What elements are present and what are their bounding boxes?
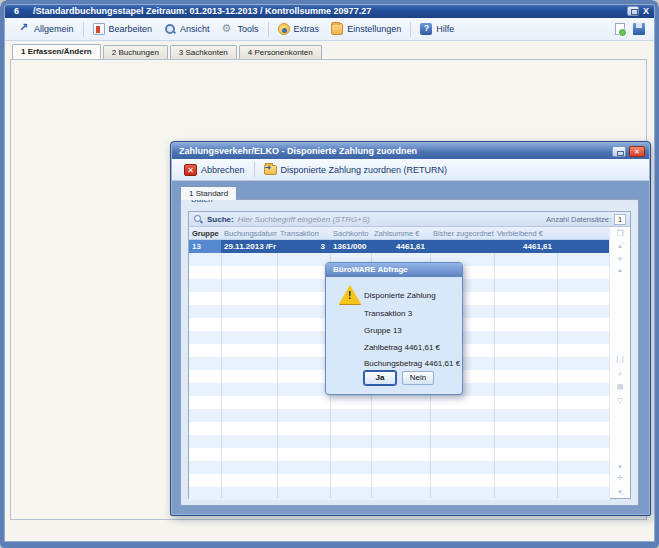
menu-arrow[interactable]: Allgemein [12, 21, 80, 37]
main-tabs: 1 Erfassen/Ändern2 Buchungen3 Sachkonten… [12, 45, 324, 59]
new-document-icon[interactable] [615, 23, 625, 35]
empty-row [189, 409, 610, 422]
copy-grid-icon[interactable]: ❐ [610, 229, 630, 238]
menu-label: Einstellungen [347, 24, 401, 34]
zuordnen-button[interactable]: Disponierte Zahlung zuordnen (RETURN) [259, 163, 453, 177]
edit-icon [93, 23, 105, 35]
window-number: 6 [14, 6, 19, 16]
main-window: 6 /Standardbuchungsstapel Zeitraum: 01.2… [0, 0, 659, 548]
zuordnen-label: Disponierte Zahlung zuordnen (RETURN) [281, 165, 448, 175]
menu-label: Bearbeiten [109, 24, 153, 34]
menu-label: Extras [294, 24, 320, 34]
record-count-value: 1 [614, 214, 626, 225]
search-icon [193, 214, 203, 224]
cell-zahlsumme: 4461,61 [371, 240, 430, 253]
cell-buchungsdatum: 29.11.2013 /Fr [221, 240, 277, 253]
warning-icon [339, 285, 361, 304]
menu-tools[interactable]: Tools [216, 21, 265, 37]
tab-4[interactable]: 4 Personenkonten [239, 45, 322, 59]
cell-sachkonto: 1361/000 [330, 240, 371, 253]
dialog-col-header[interactable]: Zahlsumme € [371, 227, 430, 239]
empty-row [189, 461, 610, 474]
msgbox-line: Buchungsbetrag 4461,61 € [364, 359, 460, 368]
settings-icon [331, 23, 343, 35]
cell-gruppe: 13 [189, 240, 221, 253]
tab-3[interactable]: 3 Sachkonten [170, 45, 237, 59]
tab-1[interactable]: 1 Erfassen/Ändern [12, 44, 101, 59]
window-title: /Standardbuchungsstapel Zeitraum: 01.201… [33, 6, 371, 16]
dialog-toolbar: ✕ Abbrechen Disponierte Zahlung zuordnen… [172, 159, 649, 181]
scroll-up-icon[interactable]: ✛ [610, 255, 630, 262]
filter-icon[interactable]: ▽ [610, 397, 630, 405]
empty-row [189, 474, 610, 487]
empty-row [189, 448, 610, 461]
menu-settings[interactable]: Einstellungen [325, 21, 407, 37]
menu-extras[interactable]: Extras [272, 21, 326, 37]
menu-bar: AllgemeinBearbeitenAnsichtToolsExtrasEin… [4, 18, 655, 41]
save-icon[interactable] [633, 23, 645, 35]
msgbox-title: BüroWARE Abfrage [326, 263, 462, 277]
list-icon[interactable]: ▤ [610, 383, 630, 391]
menu-label: Ansicht [180, 24, 210, 34]
msgbox-line: Transaktion 3 [364, 309, 412, 318]
abbrechen-label: Abbrechen [201, 165, 245, 175]
dialog-col-header[interactable]: Verbleibend € [494, 227, 557, 239]
menu-label: Tools [238, 24, 259, 34]
dialog-tab-standard[interactable]: 1 Standard [180, 186, 237, 200]
scroll-down-icon[interactable]: ▼ [610, 464, 630, 470]
cell-transaktion: 3 [277, 240, 330, 253]
cancel-icon: ✕ [184, 164, 197, 176]
extras-icon [278, 23, 290, 35]
ja-button[interactable]: Ja [364, 371, 396, 385]
help-icon [420, 23, 432, 35]
abbrechen-button[interactable]: ✕ Abbrechen [179, 162, 250, 178]
empty-row [189, 487, 610, 500]
menu-view[interactable]: Ansicht [158, 21, 216, 37]
menu-label: Allgemein [34, 24, 74, 34]
dialog-col-header[interactable]: Bisher zugeordnet [430, 227, 494, 239]
view-icon [164, 23, 176, 35]
cell-verbleibend: 4461,61 [494, 240, 557, 253]
tab-2[interactable]: 2 Buchungen [103, 45, 168, 59]
dialog-col-header[interactable]: Transaktion [277, 227, 330, 239]
dialog-col-header[interactable]: Gruppe [189, 227, 221, 239]
dialog-col-header[interactable]: Sachkonto [330, 227, 371, 239]
search-label: Suche: [207, 215, 234, 224]
dialog-minimize-button[interactable] [612, 146, 626, 157]
dialog-title: Zahlungsverkehr/ELKO - Disponierte Zahlu… [179, 146, 417, 156]
empty-row [189, 435, 610, 448]
assign-folder-icon [264, 165, 277, 175]
dialog-col-header[interactable] [557, 227, 610, 239]
menu-edit[interactable]: Bearbeiten [87, 21, 159, 37]
table-side-controls: ❐ ▲̅ ✛ ▲ ❘❘ ⌕ ▤ ▽ ▼ ✛ ▼̲ [609, 227, 630, 498]
bueroware-abfrage-msgbox: BüroWARE Abfrage Disponierte ZahlungTran… [325, 262, 463, 395]
menu-help[interactable]: Hilfe [414, 21, 460, 37]
cell-bisher-zugeordnet [430, 240, 494, 253]
msgbox-line: Disponierte Zahlung [364, 291, 436, 300]
msgbox-line: Zahlbetrag 4461,61 € [364, 343, 440, 352]
menu-label: Hilfe [436, 24, 454, 34]
dialog-table-header: GruppeBuchungsdatumTransaktionSachkontoZ… [189, 227, 610, 240]
dialog-close-button[interactable]: ✕ [629, 146, 645, 157]
columns-icon[interactable]: ❘❘ [610, 355, 630, 363]
title-bar: 6 /Standardbuchungsstapel Zeitraum: 01.2… [4, 3, 655, 18]
dialog-title-bar: Zahlungsverkehr/ELKO - Disponierte Zahlu… [172, 143, 649, 159]
empty-row [189, 396, 610, 409]
nein-button[interactable]: Nein [402, 371, 434, 385]
empty-row [189, 422, 610, 435]
scroll-end-icon[interactable]: ▼̲ [610, 489, 630, 495]
zoom-icon[interactable]: ⌕ [610, 369, 630, 379]
add-row-icon[interactable]: ✛ [610, 474, 630, 482]
search-bar[interactable]: Suche: Hier Suchbegriff eingeben (STRG+S… [189, 212, 630, 227]
restore-window-button[interactable] [627, 6, 639, 16]
close-window-button[interactable]: X [643, 6, 649, 16]
msgbox-line: Gruppe 13 [364, 326, 402, 335]
tools-icon [222, 23, 234, 35]
record-count-label: Anzahl Datensätze: [546, 215, 611, 224]
dialog-col-header[interactable]: Buchungsdatum [221, 227, 277, 239]
dialog-selected-row[interactable]: 13 29.11.2013 /Fr 3 1361/000 4461,61 446… [189, 240, 610, 253]
scroll-top-icon[interactable]: ▲̅ [610, 243, 630, 249]
search-placeholder: Hier Suchbegriff eingeben (STRG+S) [238, 215, 370, 224]
arrow-icon [18, 23, 30, 35]
scroll-prev-icon[interactable]: ▲ [610, 267, 630, 273]
